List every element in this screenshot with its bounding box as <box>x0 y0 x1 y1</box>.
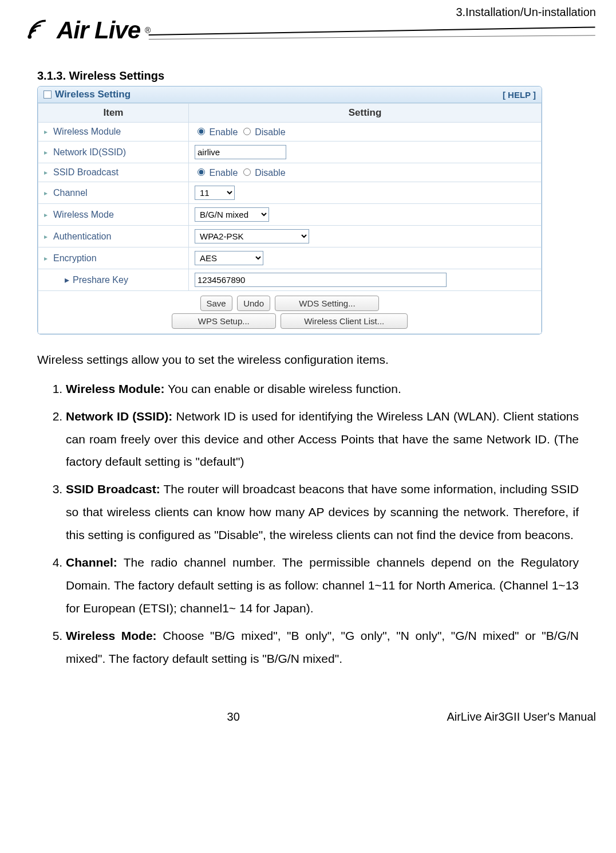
ssid-input[interactable] <box>195 145 286 159</box>
li-ssid-broadcast: SSID Broadcast: The router will broadcas… <box>66 478 579 547</box>
label-broadcast: SSID Broadcast <box>44 167 183 178</box>
col-setting: Setting <box>189 104 542 123</box>
manual-title: AirLive Air3GII User's Manual <box>447 710 596 724</box>
broadcast-enable[interactable]: Enable <box>195 168 238 178</box>
section-title: 3.1.3. Wireless Settings <box>37 69 579 82</box>
psk-input[interactable] <box>195 273 447 287</box>
label-mode: Wireless Mode <box>44 210 183 220</box>
help-link[interactable]: [ HELP ] <box>503 90 536 100</box>
client-list-button[interactable]: Wireless Client List... <box>281 313 408 329</box>
label-auth: Authentication <box>44 231 183 242</box>
settings-list: Wireless Module: You can enable or disab… <box>37 378 579 670</box>
li-wireless-mode: Wireless Mode: Choose "B/G mixed", "B on… <box>66 624 579 670</box>
channel-select[interactable]: 11 <box>195 186 235 200</box>
module-disable[interactable]: Disable <box>240 127 286 137</box>
reg-mark: ® <box>145 26 151 35</box>
wireless-setting-panel: Wireless Setting [ HELP ] Item Setting W… <box>37 86 542 335</box>
auth-select[interactable]: WPA2-PSK <box>195 229 309 243</box>
mode-select[interactable]: B/G/N mixed <box>195 207 269 222</box>
page-number: 30 <box>227 710 240 724</box>
label-enc: Encryption <box>44 253 183 264</box>
li-channel: Channel: The radio channel number. The p… <box>66 551 579 620</box>
brand-name: Air Live <box>57 17 140 44</box>
wps-button[interactable]: WPS Setup... <box>172 313 276 329</box>
panel-title: Wireless Setting <box>44 89 131 100</box>
intro-text: Wireless settings allow you to set the w… <box>37 349 579 371</box>
enc-select[interactable]: AES <box>195 251 263 265</box>
undo-button[interactable]: Undo <box>237 296 270 311</box>
label-psk: ▸ Preshare Key <box>56 274 183 285</box>
module-enable[interactable]: Enable <box>195 127 238 137</box>
wifi-icon <box>20 14 52 46</box>
li-network-id: Network ID (SSID): Network ID is used fo… <box>66 405 579 474</box>
label-channel: Channel <box>44 188 183 198</box>
col-item: Item <box>38 104 189 123</box>
header-rule-2 <box>149 35 595 62</box>
save-button[interactable]: Save <box>200 296 232 311</box>
panel-icon <box>44 91 52 99</box>
label-wireless-module: Wireless Module <box>44 127 183 137</box>
wds-button[interactable]: WDS Setting... <box>275 296 379 311</box>
li-wireless-module: Wireless Module: You can enable or disab… <box>66 378 579 400</box>
broadcast-disable[interactable]: Disable <box>240 168 286 178</box>
label-ssid: Network ID(SSID) <box>44 147 183 158</box>
